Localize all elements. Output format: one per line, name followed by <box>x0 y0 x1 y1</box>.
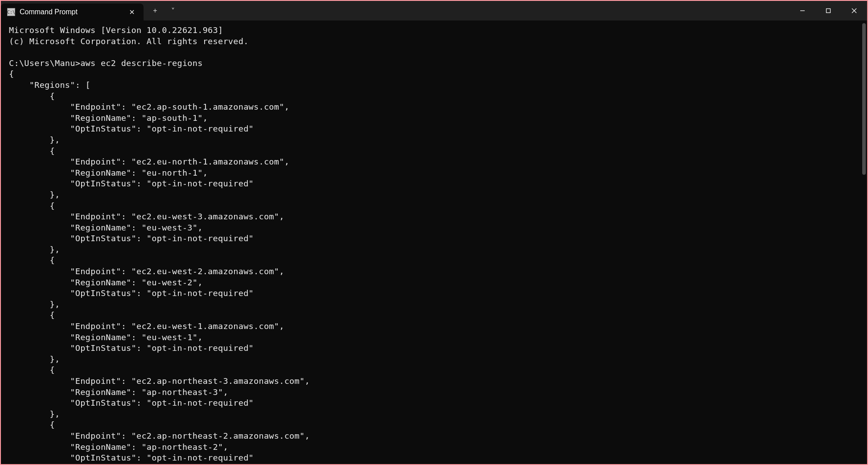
terminal-window: C:\ Command Prompt + ˅ Microsoft W <box>0 0 868 465</box>
tab-command-prompt[interactable]: C:\ Command Prompt <box>1 4 144 21</box>
minimize-button[interactable] <box>790 1 815 21</box>
window-controls <box>790 1 867 21</box>
svg-rect-0 <box>827 9 831 13</box>
titlebar-drag-area[interactable] <box>181 1 790 21</box>
terminal-area: Microsoft Windows [Version 10.0.22621.96… <box>1 21 867 464</box>
tab-strip: C:\ Command Prompt <box>1 1 144 21</box>
new-tab-button[interactable]: + <box>147 3 163 19</box>
titlebar[interactable]: C:\ Command Prompt + ˅ <box>1 1 867 21</box>
cmd-icon: C:\ <box>7 8 15 16</box>
tab-dropdown-button[interactable]: ˅ <box>165 3 181 19</box>
scroll-thumb[interactable] <box>862 23 866 175</box>
terminal-output[interactable]: Microsoft Windows [Version 10.0.22621.96… <box>1 21 861 464</box>
close-button[interactable] <box>841 1 867 21</box>
maximize-button[interactable] <box>815 1 841 21</box>
tab-close-button[interactable] <box>127 7 137 17</box>
scrollbar[interactable] <box>861 21 867 464</box>
tab-title: Command Prompt <box>20 8 122 16</box>
tab-actions: + ˅ <box>144 1 181 21</box>
